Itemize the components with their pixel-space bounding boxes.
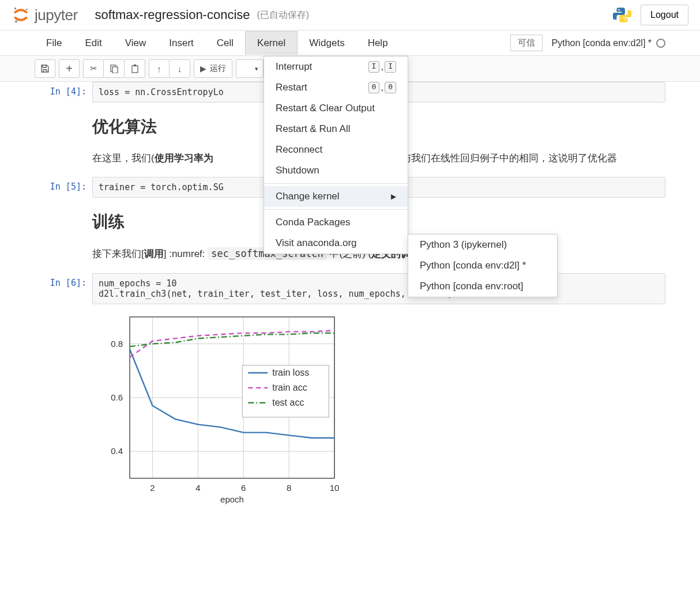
- save-icon: [40, 64, 50, 73]
- kernel-option[interactable]: Python 3 (ipykernel): [408, 235, 557, 255]
- chevron-down-icon: ▾: [255, 65, 258, 73]
- kernel-dropdown: Interrupt I,I Restart 0,0 Restart & Clea…: [264, 56, 408, 254]
- dd-reconnect[interactable]: Reconnect: [264, 139, 408, 160]
- kernel-name: Python [conda env:d2l] *: [552, 38, 652, 48]
- arrow-up-icon: ↑: [157, 64, 161, 74]
- menubar: File Edit View Insert Cell Kernel Widget…: [0, 31, 700, 56]
- play-icon: ▶: [200, 64, 206, 73]
- menu-help[interactable]: Help: [356, 32, 400, 55]
- move-up-button[interactable]: ↑: [149, 59, 170, 78]
- kernel-option[interactable]: Python [conda env:root]: [408, 276, 557, 297]
- logo-text: jupyter: [35, 6, 78, 24]
- kernel-option[interactable]: Python [conda env:d2l] *: [408, 255, 557, 276]
- run-button[interactable]: ▶ 运行: [194, 59, 232, 78]
- prompt: In [4]:: [35, 82, 92, 103]
- shortcut: 0,0: [368, 82, 396, 93]
- svg-text:0.8: 0.8: [111, 339, 123, 349]
- svg-point-2: [15, 20, 17, 22]
- cell-type-select[interactable]: ▾: [236, 59, 264, 78]
- svg-text:train acc: train acc: [272, 383, 307, 392]
- svg-text:0.6: 0.6: [111, 392, 123, 402]
- menu-view[interactable]: View: [114, 32, 158, 55]
- dd-interrupt[interactable]: Interrupt I,I: [264, 56, 408, 77]
- svg-point-1: [26, 9, 28, 10]
- copy-button[interactable]: [104, 59, 125, 78]
- change-kernel-submenu: Python 3 (ipykernel) Python [conda env:d…: [408, 234, 558, 297]
- dd-change-kernel[interactable]: Change kernel ▶: [264, 186, 408, 207]
- prompt: In [6]:: [35, 273, 92, 304]
- code-cell[interactable]: In [6]: num_epochs = 10 d2l.train_ch3(ne…: [35, 273, 665, 304]
- svg-rect-8: [134, 65, 136, 66]
- svg-rect-7: [132, 66, 138, 73]
- kernel-status-icon: [656, 39, 665, 48]
- dd-visit-anaconda[interactable]: Visit anaconda.org: [264, 233, 408, 254]
- svg-text:epoch: epoch: [220, 494, 244, 504]
- svg-text:4: 4: [195, 483, 200, 493]
- menu-kernel[interactable]: Kernel: [245, 31, 298, 55]
- cut-button[interactable]: ✂: [83, 59, 104, 78]
- chart-svg: 2468100.40.60.8epochtrain losstrain acct…: [92, 311, 346, 507]
- trusted-indicator[interactable]: 可信: [510, 35, 543, 51]
- prompt: In [5]:: [35, 177, 92, 198]
- output-chart: 2468100.40.60.8epochtrain losstrain acct…: [92, 311, 665, 509]
- separator: [264, 209, 408, 210]
- menu-file[interactable]: File: [35, 32, 73, 55]
- separator: [264, 183, 408, 184]
- menu-insert[interactable]: Insert: [157, 32, 205, 55]
- dd-restart-clear[interactable]: Restart & Clear Output: [264, 98, 408, 119]
- run-label: 运行: [210, 63, 226, 74]
- svg-text:10: 10: [330, 483, 340, 493]
- shortcut: I,I: [368, 61, 396, 73]
- dd-restart-run[interactable]: Restart & Run All: [264, 119, 408, 139]
- cut-icon: ✂: [90, 63, 97, 74]
- svg-text:test acc: test acc: [272, 398, 304, 407]
- jupyter-icon: [12, 6, 30, 24]
- copy-icon: [110, 64, 119, 73]
- svg-rect-6: [112, 67, 118, 73]
- arrow-down-icon: ↓: [178, 64, 182, 74]
- svg-text:train loss: train loss: [272, 368, 309, 377]
- move-down-button[interactable]: ↓: [170, 59, 190, 78]
- code-input[interactable]: num_epochs = 10 d2l.train_ch3(net, train…: [92, 273, 665, 304]
- menu-edit[interactable]: Edit: [73, 32, 113, 55]
- python-icon: [613, 6, 631, 24]
- kernel-indicator[interactable]: Python [conda env:d2l] *: [552, 38, 665, 48]
- paste-icon: [130, 64, 140, 73]
- svg-text:2: 2: [150, 483, 155, 493]
- dd-shutdown[interactable]: Shutdown: [264, 160, 408, 181]
- svg-text:6: 6: [241, 483, 246, 493]
- svg-point-0: [14, 7, 17, 10]
- svg-point-3: [618, 9, 620, 11]
- svg-text:8: 8: [287, 483, 291, 493]
- dd-restart[interactable]: Restart 0,0: [264, 77, 408, 98]
- autosave-status: (已自动保存): [257, 9, 310, 21]
- add-cell-button[interactable]: +: [59, 59, 80, 78]
- save-button[interactable]: [35, 59, 55, 78]
- paste-button[interactable]: [125, 59, 145, 78]
- chevron-right-icon: ▶: [391, 192, 396, 201]
- menu-cell[interactable]: Cell: [205, 32, 245, 55]
- header: jupyter softmax-regression-concise (已自动保…: [0, 0, 700, 31]
- dd-conda-packages[interactable]: Conda Packages: [264, 212, 408, 233]
- svg-point-4: [624, 20, 626, 21]
- menu-widgets[interactable]: Widgets: [298, 32, 356, 55]
- notebook-name[interactable]: softmax-regression-concise: [95, 7, 250, 22]
- svg-text:0.4: 0.4: [111, 446, 123, 456]
- logout-button[interactable]: Logout: [641, 5, 688, 25]
- logo[interactable]: jupyter: [12, 6, 78, 24]
- plus-icon: +: [66, 62, 73, 75]
